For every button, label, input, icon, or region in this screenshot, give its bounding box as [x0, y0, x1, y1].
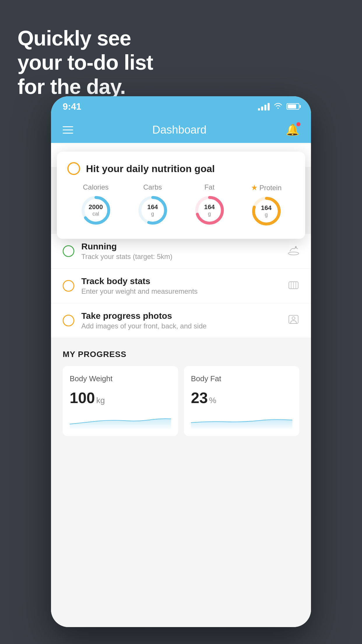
todo-sub-body-stats: Enter your weight and measurements — [81, 287, 281, 295]
todo-text-body-stats: Track body stats Enter your weight and m… — [81, 276, 281, 295]
nutrition-grid: Calories 2000cal Carbs — [67, 183, 295, 227]
body-weight-card: Body Weight 100 kg — [63, 366, 178, 436]
scale-icon — [288, 279, 299, 293]
body-fat-title: Body Fat — [191, 374, 292, 383]
circle-check-icon[interactable] — [67, 162, 80, 175]
progress-cards: Body Weight 100 kg — [63, 366, 299, 436]
svg-point-15 — [292, 317, 295, 320]
nutrition-carbs: Carbs 164g — [137, 183, 169, 226]
todo-sub-running: Track your stats (target: 5km) — [81, 253, 281, 261]
headline-line1: Quickly see — [17, 26, 153, 50]
fat-donut: 164g — [194, 194, 226, 226]
fat-label: Fat — [204, 183, 215, 191]
person-icon — [288, 314, 299, 327]
todo-item-body-stats[interactable]: Track body stats Enter your weight and m… — [51, 269, 311, 303]
svg-point-9 — [295, 246, 297, 248]
todo-text-photos: Take progress photos Add images of your … — [81, 311, 281, 330]
body-fat-card: Body Fat 23 % — [184, 366, 299, 436]
todo-item-running[interactable]: Running Track your stats (target: 5km) — [51, 234, 311, 269]
header-title: Dashboard — [152, 124, 207, 136]
calories-donut: 2000cal — [80, 194, 112, 226]
carbs-label: Carbs — [143, 183, 162, 191]
app-header: Dashboard 🔔 — [51, 117, 311, 143]
status-time: 9:41 — [63, 101, 81, 112]
signal-icon — [258, 102, 270, 111]
headline: Quickly see your to-do list for the day. — [17, 26, 153, 99]
todo-list: Running Track your stats (target: 5km) T… — [51, 234, 311, 338]
todo-main-body-stats: Track body stats — [81, 276, 281, 286]
carbs-donut: 164g — [137, 194, 169, 226]
card-title: Hit your daily nutrition goal — [86, 163, 215, 174]
todo-sub-photos: Add images of your front, back, and side — [81, 322, 281, 330]
nutrition-fat: Fat 164g — [194, 183, 226, 226]
body-fat-chart — [191, 412, 292, 430]
todo-text-running: Running Track your stats (target: 5km) — [81, 242, 281, 261]
notification-dot — [296, 122, 301, 126]
todo-main-running: Running — [81, 242, 281, 251]
headline-line2: your to-do list — [17, 50, 153, 75]
running-icon — [288, 245, 299, 258]
status-bar: 9:41 — [51, 96, 311, 117]
protein-donut: 164g — [250, 195, 282, 227]
nutrition-protein: ★ Protein 164g — [250, 183, 282, 227]
nutrition-card: Hit your daily nutrition goal Calories 2… — [57, 152, 305, 239]
battery-icon — [287, 103, 299, 110]
body-weight-chart — [70, 412, 171, 430]
body-weight-title: Body Weight — [70, 374, 171, 383]
card-header: Hit your daily nutrition goal — [67, 162, 295, 175]
todo-circle-running — [63, 245, 74, 257]
protein-label: ★ Protein — [251, 183, 282, 192]
todo-item-photos[interactable]: Take progress photos Add images of your … — [51, 303, 311, 338]
wifi-icon — [274, 102, 282, 111]
hamburger-menu[interactable] — [63, 126, 73, 134]
progress-section: MY PROGRESS Body Weight 100 kg — [51, 338, 311, 442]
svg-point-8 — [288, 252, 299, 255]
todo-circle-body-stats — [63, 280, 74, 292]
headline-line3: for the day. — [17, 75, 153, 99]
star-icon: ★ — [251, 183, 258, 192]
todo-main-photos: Take progress photos — [81, 311, 281, 321]
body-fat-value: 23 % — [191, 389, 292, 407]
progress-title: MY PROGRESS — [63, 350, 299, 359]
body-weight-value: 100 kg — [70, 389, 171, 407]
content-area: THINGS TO DO TODAY Hit your daily nutrit… — [51, 143, 311, 627]
todo-circle-photos — [63, 315, 74, 326]
bell-icon[interactable]: 🔔 — [286, 123, 299, 136]
nutrition-calories: Calories 2000cal — [80, 183, 112, 226]
calories-label: Calories — [83, 183, 108, 191]
status-icons — [258, 102, 299, 111]
phone-mockup: 9:41 Dashboard — [51, 96, 311, 627]
